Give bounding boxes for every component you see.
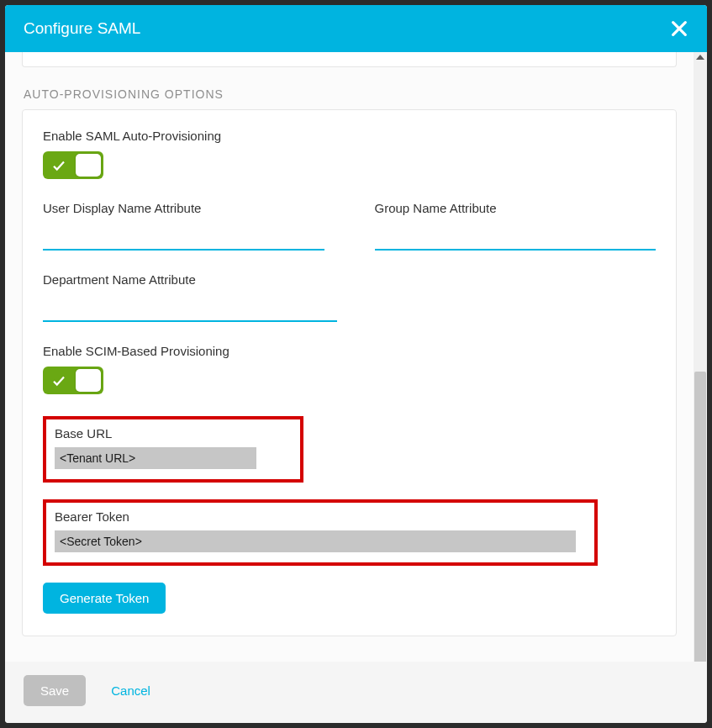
check-icon bbox=[45, 158, 72, 173]
field-group-name-attr: Group Name Attribute bbox=[375, 201, 657, 251]
label-group-name-attr: Group Name Attribute bbox=[375, 201, 657, 215]
toggle-knob bbox=[76, 154, 101, 177]
field-enable-scim: Enable SCIM-Based Provisioning bbox=[43, 344, 656, 394]
toggle-enable-scim[interactable] bbox=[43, 367, 103, 394]
input-bearer-token[interactable] bbox=[55, 530, 576, 552]
label-user-display-name-attr: User Display Name Attribute bbox=[43, 201, 324, 215]
label-enable-saml-autoprov: Enable SAML Auto-Provisioning bbox=[43, 129, 656, 143]
field-enable-saml-autoprov: Enable SAML Auto-Provisioning bbox=[43, 129, 656, 179]
highlight-base-url: Base URL bbox=[43, 416, 303, 483]
input-user-display-name-attr[interactable] bbox=[43, 224, 324, 251]
configure-saml-modal: Configure SAML AUTO-PROVISIONING OPTIONS… bbox=[5, 5, 707, 723]
label-department-name-attr: Department Name Attribute bbox=[43, 272, 337, 287]
modal-body-wrapper: AUTO-PROVISIONING OPTIONS Enable SAML Au… bbox=[5, 52, 707, 662]
scroll-up-icon[interactable] bbox=[696, 55, 704, 60]
auto-provisioning-card: Enable SAML Auto-Provisioning User Displ… bbox=[22, 109, 677, 636]
toggle-enable-saml-autoprov[interactable] bbox=[43, 151, 103, 179]
input-group-name-attr[interactable] bbox=[375, 224, 657, 251]
check-icon bbox=[45, 373, 72, 388]
label-enable-scim: Enable SCIM-Based Provisioning bbox=[43, 344, 656, 358]
input-base-url[interactable] bbox=[55, 447, 256, 469]
vertical-scrollbar[interactable] bbox=[694, 52, 707, 662]
section-title: AUTO-PROVISIONING OPTIONS bbox=[24, 87, 677, 101]
highlight-bearer-token: Bearer Token bbox=[43, 499, 598, 566]
previous-section-edge bbox=[22, 52, 677, 67]
modal-header: Configure SAML bbox=[5, 5, 707, 52]
label-base-url: Base URL bbox=[55, 426, 292, 440]
toggle-knob bbox=[76, 369, 101, 392]
save-button[interactable]: Save bbox=[24, 675, 86, 706]
close-icon[interactable] bbox=[670, 19, 688, 38]
label-bearer-token: Bearer Token bbox=[55, 509, 586, 524]
input-department-name-attr[interactable] bbox=[43, 295, 337, 322]
field-department-name-attr: Department Name Attribute bbox=[43, 272, 337, 322]
modal-body: AUTO-PROVISIONING OPTIONS Enable SAML Au… bbox=[5, 52, 694, 662]
scrollbar-thumb[interactable] bbox=[694, 372, 706, 662]
modal-footer: Save Cancel bbox=[5, 662, 707, 723]
generate-token-button[interactable]: Generate Token bbox=[43, 583, 166, 614]
attr-row-2: Department Name Attribute bbox=[43, 272, 656, 344]
field-user-display-name-attr: User Display Name Attribute bbox=[43, 201, 324, 251]
cancel-button[interactable]: Cancel bbox=[101, 675, 161, 706]
attr-row-1: User Display Name Attribute Group Name A… bbox=[43, 201, 656, 272]
modal-title: Configure SAML bbox=[24, 19, 140, 38]
